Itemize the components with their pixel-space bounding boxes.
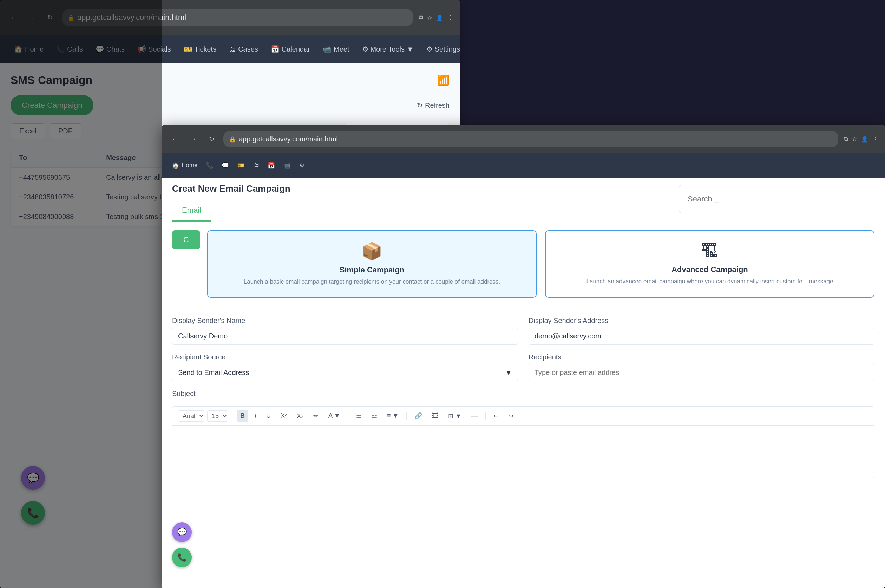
lock-icon: 🔒 (68, 14, 74, 21)
email-panel: Email C 📦 Simple Campaign Launch a basic… (162, 200, 885, 588)
extensions-icon-fg[interactable]: ⧉ (844, 136, 848, 142)
sender-name-group: Display Sender's Name (172, 316, 518, 345)
nav-bar-fg: 🏠 Home 📞 💬 🎫 🗂 📅 📹 ⚙ (162, 153, 885, 178)
advanced-campaign-card[interactable]: 🏗 Advanced Campaign Launch an advanced e… (545, 230, 874, 298)
recipients-input[interactable] (529, 364, 874, 381)
create-campaign-button[interactable]: Create Campaign (11, 95, 93, 116)
nav-socials[interactable]: 📢 Socials (132, 42, 176, 56)
chat-float-button-fg[interactable]: 💬 (172, 522, 192, 542)
back-button[interactable]: ← (7, 11, 20, 24)
nav-tickets-fg[interactable]: 🎫 (234, 160, 248, 171)
back-button-fg[interactable]: ← (168, 133, 181, 146)
nav-calls-fg[interactable]: 📞 (202, 160, 217, 171)
nav-calendar-fg[interactable]: 📅 (264, 160, 278, 171)
nav-chats[interactable]: 💬 Chats (90, 42, 130, 56)
url-bar-bg[interactable]: 🔒 app.getcallsavvy.com/main.html (62, 9, 413, 26)
meet-icon-fg: 📹 (283, 162, 291, 169)
image-button[interactable]: 🖼 (428, 410, 442, 422)
col-to: To (11, 148, 98, 168)
advanced-campaign-icon: 🏗 (556, 242, 863, 261)
nav-more-tools[interactable]: ⚙ More Tools ▼ (356, 42, 419, 56)
bookmark-icon[interactable]: ☆ (427, 14, 432, 21)
nav-meet[interactable]: 📹 Meet (317, 42, 355, 56)
menu-icon[interactable]: ⋮ (448, 14, 453, 21)
highlight-button[interactable]: A ▼ (325, 410, 344, 422)
nav-meet-fg[interactable]: 📹 (280, 160, 294, 171)
menu-icon-fg[interactable]: ⋮ (872, 136, 878, 142)
table-button[interactable]: ⊞ ▼ (445, 410, 465, 422)
pdf-button[interactable]: PDF (50, 123, 81, 139)
underline-button[interactable]: U (263, 410, 274, 422)
chats-icon-fg: 💬 (222, 162, 229, 169)
browser-actions-fg: ⧉ ☆ 👤 ⋮ (844, 136, 878, 142)
link-button[interactable]: 🔗 (411, 410, 426, 422)
hr-button[interactable]: — (468, 410, 481, 422)
strikethrough-button[interactable]: ✏ (310, 410, 322, 422)
refresh-button[interactable]: ↻ Refresh (417, 101, 449, 110)
sender-address-group: Display Sender's Address (529, 316, 874, 345)
subject-label: Subject (172, 390, 195, 398)
extensions-icon[interactable]: ⧉ (419, 14, 423, 21)
search-overlay-input[interactable] (688, 195, 811, 204)
tickets-icon-fg: 🎫 (237, 162, 245, 169)
undo-button[interactable]: ↩ (490, 410, 502, 422)
profile-icon-fg[interactable]: 👤 (861, 136, 868, 142)
advanced-campaign-desc: Launch an advanced email campaign where … (556, 277, 863, 286)
nav-cases[interactable]: 🗂 Cases (223, 42, 264, 56)
redo-button[interactable]: ↪ (505, 410, 517, 422)
superscript-button[interactable]: X² (277, 410, 290, 422)
bold-button[interactable]: B (237, 410, 248, 422)
font-size-select[interactable]: 15 (207, 410, 228, 422)
subject-group: Subject (172, 390, 874, 398)
simple-campaign-card[interactable]: 📦 Simple Campaign Launch a basic email c… (207, 230, 536, 298)
tickets-icon: 🎫 (184, 45, 192, 53)
forward-button[interactable]: → (25, 11, 38, 24)
url-bar-fg[interactable]: 🔒 app.getcallsavvy.com/main.html (223, 130, 838, 147)
sender-address-input[interactable] (529, 327, 874, 345)
call-float-button-fg[interactable]: 📞 (172, 548, 192, 567)
ordered-list-button[interactable]: ☰ (353, 410, 365, 422)
calls-icon-fg: 📞 (206, 162, 213, 169)
nav-bar-bg: 🏠 Home 📞 Calls 💬 Chats 📢 Socials 🎫 Ticke… (0, 35, 460, 63)
wifi-bars-icon: 📶 (437, 74, 449, 86)
unordered-list-button[interactable]: ☲ (368, 410, 381, 422)
reload-button[interactable]: ↻ (44, 11, 56, 24)
more-tools-icon-fg: ⚙ (299, 162, 305, 169)
browser-chrome-bg: ← → ↻ 🔒 app.getcallsavvy.com/main.html ⧉… (0, 0, 460, 35)
nav-home-fg[interactable]: 🏠 Home (168, 160, 201, 171)
sender-name-input[interactable] (172, 327, 518, 345)
profile-icon[interactable]: 👤 (436, 14, 443, 21)
create-button-fg[interactable]: C (172, 230, 200, 249)
cell-to: +2349084000088 (11, 207, 98, 227)
align-button[interactable]: ≡ ▼ (383, 410, 402, 422)
subscript-button[interactable]: X₂ (293, 410, 307, 422)
font-family-select[interactable]: Arial (178, 410, 204, 422)
nav-tickets[interactable]: 🎫 Tickets (178, 42, 222, 56)
excel-button[interactable]: Excel (11, 123, 45, 139)
nav-calls[interactable]: 📞 Calls (51, 42, 88, 56)
email-editor-body[interactable] (172, 426, 874, 478)
calls-icon: 📞 (56, 45, 65, 53)
modal-overlay: Creat New Email Campaign Email C 📦 Simpl… (162, 178, 885, 588)
page-title-text: SMS Campaign (11, 74, 92, 87)
toolbar-divider-1 (232, 412, 233, 420)
tab-email[interactable]: Email (172, 200, 211, 222)
recipient-source-select[interactable]: Send to Email Address ▼ (172, 364, 518, 381)
italic-button[interactable]: I (251, 410, 260, 422)
chat-float-button-bg[interactable]: 💬 (21, 466, 45, 490)
nav-calendar[interactable]: 📅 Calendar (265, 42, 316, 56)
reload-button-fg[interactable]: ↻ (205, 133, 218, 146)
cases-icon: 🗂 (229, 45, 236, 53)
nav-settings[interactable]: ⚙ Settings ▼ (421, 42, 460, 56)
settings-icon: ⚙ (426, 45, 433, 53)
bookmark-icon-fg[interactable]: ☆ (852, 136, 857, 142)
nav-chats-fg[interactable]: 💬 (218, 160, 233, 171)
float-buttons-fg: 💬 📞 (172, 522, 192, 567)
nav-home[interactable]: 🏠 Home (8, 42, 49, 56)
recipients-group: Recipients (529, 353, 874, 381)
forward-button-fg[interactable]: → (187, 133, 200, 146)
nav-more-tools-fg[interactable]: ⚙ (296, 160, 308, 171)
nav-cases-fg[interactable]: 🗂 (250, 160, 263, 171)
browser-actions-bg: ⧉ ☆ 👤 ⋮ (419, 14, 453, 21)
call-float-button-bg[interactable]: 📞 (21, 501, 45, 525)
